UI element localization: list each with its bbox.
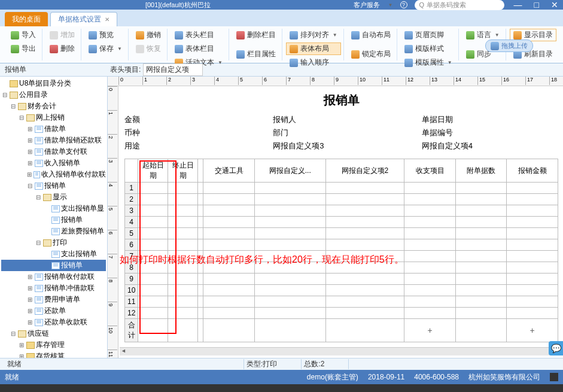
add-button[interactable]: 增加 (46, 29, 78, 41)
cell[interactable] (325, 183, 404, 194)
cell[interactable] (507, 251, 558, 262)
tree-panel[interactable]: U8单据目录分类⊟公用目录⊟财务会计⊟网上报销⊞借款单⊞借款单报销还款联⊞借款单… (0, 77, 108, 358)
col-header[interactable]: 交通工具 (203, 159, 255, 183)
tree-item[interactable]: ⊞借款单 (1, 123, 106, 135)
col-header[interactable] (198, 159, 203, 183)
cell[interactable] (198, 274, 203, 285)
cell[interactable] (507, 239, 558, 251)
preview-button[interactable]: 预览 (85, 29, 126, 41)
cell[interactable] (198, 285, 203, 296)
tree-item[interactable]: 差旅费报销单 (1, 226, 106, 237)
col-header[interactable]: 收支项目 (404, 159, 456, 183)
cell[interactable] (254, 239, 325, 251)
head-col-button[interactable]: 表头栏目 (171, 29, 226, 41)
cell[interactable] (404, 205, 456, 217)
tree-item[interactable]: ⊟报销单 (1, 180, 106, 192)
col-header[interactable]: 网报自定义... (254, 159, 325, 183)
import-button[interactable]: 导入 (7, 29, 39, 41)
tree-toggle[interactable]: ⊞ (26, 160, 34, 166)
tree-toggle[interactable]: ⊞ (26, 148, 34, 155)
data-table[interactable]: 起始日期终止日期交通工具网报自定义...网报自定义项2收支项目附单据数报销金额1… (124, 159, 558, 342)
footer-cell[interactable]: + (507, 319, 558, 342)
tree-item[interactable]: ⊞存货核算 (1, 351, 106, 358)
col-header[interactable]: 报销金额 (507, 159, 558, 183)
tree-item[interactable]: ⊟打印 (1, 237, 106, 248)
help-icon[interactable]: ? (400, 1, 407, 8)
cell[interactable] (455, 205, 507, 217)
template-style-button[interactable]: 模版样式 (401, 42, 456, 55)
cell[interactable] (203, 239, 255, 251)
tree-item[interactable]: ⊞借款单报销还款联 (1, 135, 106, 146)
export-button[interactable]: 导出 (7, 42, 39, 55)
tree-item[interactable]: 支出报销单 (1, 248, 106, 260)
cell[interactable] (254, 194, 325, 205)
tree-item[interactable]: 报销单 (1, 260, 106, 271)
cell[interactable] (168, 194, 198, 205)
cell[interactable] (507, 217, 558, 228)
cell[interactable] (507, 296, 558, 308)
canvas-area[interactable]: 012345678910111213141516171819 012345678… (108, 77, 563, 358)
cell[interactable] (203, 274, 255, 285)
cell[interactable] (198, 308, 203, 319)
tree-toggle[interactable]: ⊟ (35, 239, 42, 246)
close-button[interactable]: ✕ (551, 0, 558, 10)
footer-cell[interactable]: + (404, 319, 456, 342)
auto-layout-button[interactable]: 自动布局 (348, 29, 394, 41)
cell[interactable] (325, 274, 404, 285)
cell[interactable] (254, 205, 325, 217)
cell[interactable] (138, 228, 168, 239)
tree-item[interactable]: ⊟供应链 (1, 328, 106, 339)
cell[interactable] (404, 308, 456, 319)
cell[interactable] (404, 183, 456, 194)
cell[interactable] (325, 217, 404, 228)
cell[interactable] (325, 285, 404, 296)
cell[interactable] (138, 194, 168, 205)
cell[interactable] (198, 296, 203, 308)
cell[interactable] (168, 296, 198, 308)
cell[interactable] (404, 239, 456, 251)
tree-item[interactable]: 报销单 (1, 214, 106, 226)
cell[interactable] (404, 194, 456, 205)
align-button[interactable]: 排列对齐▼ (286, 29, 341, 41)
col-header[interactable]: 网报自定义项2 (325, 159, 404, 183)
cell[interactable] (168, 239, 198, 251)
cell[interactable] (507, 274, 558, 285)
tree-item[interactable]: ⊞费用申请单 (1, 294, 106, 305)
cell[interactable] (325, 308, 404, 319)
undo-button[interactable]: 撤销 (132, 29, 165, 41)
cell[interactable] (404, 285, 456, 296)
cell[interactable] (203, 285, 255, 296)
del-col-button[interactable]: 删除栏目 (233, 29, 279, 41)
cell[interactable] (325, 194, 404, 205)
cell[interactable] (404, 274, 456, 285)
footer-cell[interactable] (254, 319, 325, 342)
tree-toggle[interactable]: ⊟ (1, 92, 8, 98)
cell[interactable] (507, 194, 558, 205)
qr-icon[interactable] (550, 373, 558, 381)
lock-layout-button[interactable]: 锁定布局 (348, 48, 394, 60)
cell[interactable] (198, 239, 203, 251)
tree-toggle[interactable]: ⊟ (10, 330, 17, 337)
cell[interactable] (203, 183, 255, 194)
cell[interactable] (138, 239, 168, 251)
cell[interactable] (254, 217, 325, 228)
cell[interactable] (455, 217, 507, 228)
cell[interactable] (198, 217, 203, 228)
cell[interactable] (507, 228, 558, 239)
footer-cell[interactable] (138, 319, 168, 342)
tree-toggle[interactable]: ⊞ (26, 137, 34, 144)
tab-close-icon[interactable]: ✕ (105, 16, 109, 23)
tree-toggle[interactable]: ⊟ (18, 114, 25, 121)
cell[interactable] (203, 228, 255, 239)
cell[interactable] (168, 308, 198, 319)
cell[interactable] (254, 308, 325, 319)
cell[interactable] (325, 296, 404, 308)
footer-cell[interactable] (203, 319, 255, 342)
tree-item[interactable]: ⊞还款单收款联 (1, 317, 106, 328)
field-purpose[interactable]: 用途 (124, 141, 261, 151)
cell[interactable] (203, 308, 255, 319)
col-header[interactable]: 终止日期 (168, 159, 198, 183)
minimize-button[interactable]: — (514, 0, 522, 10)
tree-toggle[interactable]: ⊞ (26, 285, 34, 291)
tree-toggle[interactable]: ⊟ (35, 194, 42, 200)
